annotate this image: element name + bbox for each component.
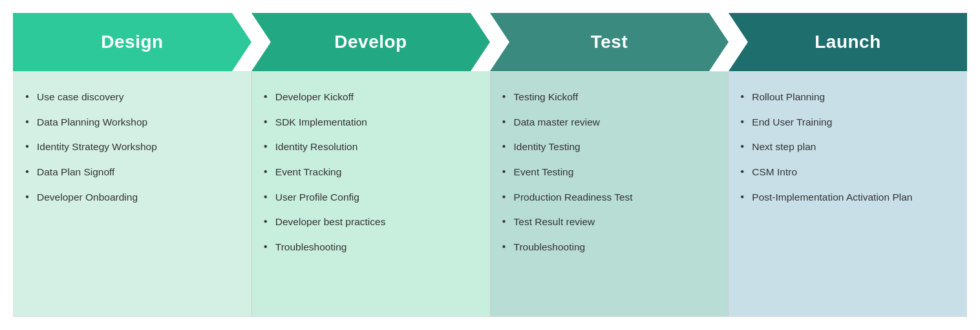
list-develop: ●Developer Kickoff●SDK Implementation●Id…	[264, 90, 474, 254]
bullet-icon: ●	[740, 117, 744, 126]
list-item: ●Identity Resolution	[264, 140, 474, 154]
list-item: ●Next step plan	[740, 140, 950, 154]
header-launch: Launch	[729, 13, 967, 71]
content-row: ●Use case discovery●Data Planning Worksh…	[13, 71, 967, 317]
list-launch: ●Rollout Planning●End User Training●Next…	[740, 90, 950, 204]
list-item: ●Data Planning Workshop	[25, 115, 235, 129]
header-test: Test	[490, 13, 729, 71]
bullet-icon: ●	[502, 117, 506, 126]
bullet-icon: ●	[264, 167, 268, 176]
header-label-launch: Launch	[815, 32, 881, 52]
list-item-text: Troubleshooting	[275, 240, 347, 254]
list-item-text: Data master review	[514, 115, 601, 129]
list-item-text: Developer Onboarding	[37, 190, 138, 204]
bullet-icon: ●	[502, 142, 506, 151]
list-item: ●Testing Kickoff	[502, 90, 712, 104]
bullet-icon: ●	[25, 142, 29, 151]
list-item: ●Post-Implementation Activation Plan	[740, 190, 950, 204]
bullet-icon: ●	[502, 242, 506, 251]
list-design: ●Use case discovery●Data Planning Worksh…	[25, 90, 235, 204]
bullet-icon: ●	[25, 167, 29, 176]
list-test: ●Testing Kickoff●Data master review●Iden…	[502, 90, 712, 254]
list-item: ●Production Readiness Test	[502, 190, 712, 204]
list-item-text: Troubleshooting	[514, 240, 586, 254]
list-item: ●Event Testing	[502, 165, 712, 179]
list-item: ●Developer Onboarding	[25, 190, 235, 204]
list-item: ●Event Tracking	[264, 165, 474, 179]
content-col-launch: ●Rollout Planning●End User Training●Next…	[729, 72, 966, 316]
list-item: ●Identity Testing	[502, 140, 712, 154]
header-label-test: Test	[591, 32, 628, 52]
list-item: ●Developer Kickoff	[264, 90, 474, 104]
list-item-text: Identity Resolution	[275, 140, 358, 154]
list-item-text: Use case discovery	[37, 90, 123, 104]
bullet-icon: ●	[264, 242, 268, 251]
pipeline-container: DesignDevelopTestLaunch ●Use case discov…	[13, 13, 967, 317]
list-item-text: Production Readiness Test	[514, 190, 633, 204]
headers-row: DesignDevelopTestLaunch	[13, 13, 967, 71]
list-item-text: Identity Strategy Workshop	[37, 140, 157, 154]
bullet-icon: ●	[502, 192, 506, 201]
bullet-icon: ●	[264, 142, 268, 151]
bullet-icon: ●	[25, 117, 29, 126]
list-item: ●SDK Implementation	[264, 115, 474, 129]
list-item: ●Developer best practices	[264, 215, 474, 229]
list-item-text: Developer best practices	[275, 215, 386, 229]
list-item: ●Test Result review	[502, 215, 712, 229]
bullet-icon: ●	[264, 192, 268, 201]
list-item-text: Developer Kickoff	[275, 90, 354, 104]
list-item-text: Data Planning Workshop	[37, 115, 147, 129]
list-item: ●Rollout Planning	[740, 90, 950, 104]
bullet-icon: ●	[25, 192, 29, 201]
bullet-icon: ●	[25, 92, 29, 101]
header-design: Design	[13, 13, 251, 71]
list-item-text: Event Tracking	[275, 165, 342, 179]
list-item-text: Data Plan Signoff	[37, 165, 114, 179]
list-item: ●Troubleshooting	[264, 240, 474, 254]
list-item-text: Rollout Planning	[752, 90, 825, 104]
bullet-icon: ●	[264, 92, 268, 101]
bullet-icon: ●	[264, 217, 268, 226]
list-item: ●Data Plan Signoff	[25, 165, 235, 179]
list-item-text: Identity Testing	[514, 140, 581, 154]
header-label-develop: Develop	[334, 32, 407, 52]
content-col-design: ●Use case discovery●Data Planning Worksh…	[14, 72, 252, 316]
list-item: ●Identity Strategy Workshop	[25, 140, 235, 154]
bullet-icon: ●	[264, 117, 268, 126]
list-item-text: End User Training	[752, 115, 832, 129]
list-item: ●End User Training	[740, 115, 950, 129]
list-item: ●Troubleshooting	[502, 240, 712, 254]
list-item: ●Data master review	[502, 115, 712, 129]
list-item-text: Post-Implementation Activation Plan	[752, 190, 912, 204]
list-item-text: User Profile Config	[275, 190, 359, 204]
bullet-icon: ●	[502, 217, 506, 226]
header-label-design: Design	[101, 32, 163, 52]
bullet-icon: ●	[740, 192, 744, 201]
list-item-text: SDK Implementation	[275, 115, 367, 129]
bullet-icon: ●	[740, 92, 744, 101]
list-item-text: Testing Kickoff	[514, 90, 579, 104]
bullet-icon: ●	[502, 92, 506, 101]
list-item-text: Test Result review	[514, 215, 595, 229]
content-col-develop: ●Developer Kickoff●SDK Implementation●Id…	[252, 72, 491, 316]
list-item-text: CSM Intro	[752, 165, 797, 179]
list-item-text: Next step plan	[752, 140, 816, 154]
header-develop: Develop	[251, 13, 490, 71]
content-col-test: ●Testing Kickoff●Data master review●Iden…	[491, 72, 729, 316]
list-item: ●CSM Intro	[740, 165, 950, 179]
list-item-text: Event Testing	[514, 165, 574, 179]
bullet-icon: ●	[740, 142, 744, 151]
list-item: ●User Profile Config	[264, 190, 474, 204]
bullet-icon: ●	[502, 167, 506, 176]
bullet-icon: ●	[740, 167, 744, 176]
list-item: ●Use case discovery	[25, 90, 235, 104]
